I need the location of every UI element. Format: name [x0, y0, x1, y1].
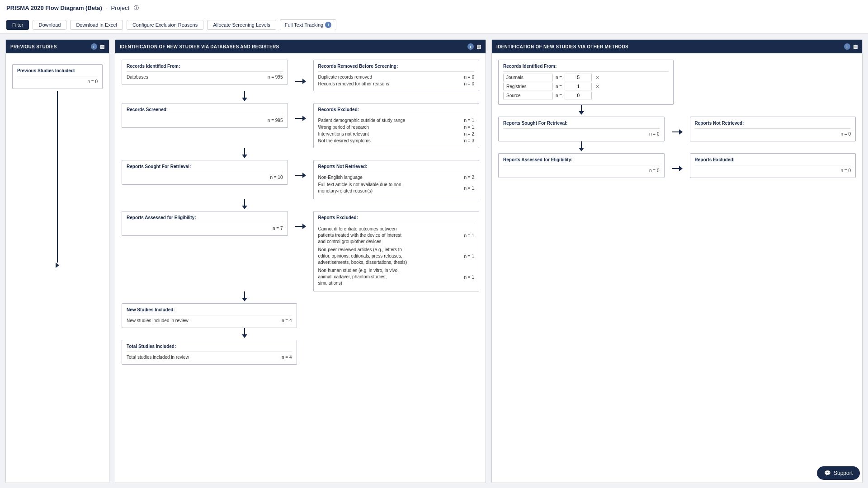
exclusion-1-label: Wrong period of research — [318, 125, 369, 130]
download-button[interactable]: Download — [33, 20, 66, 30]
not-retrieved-1-row: Full-text article is not available due t… — [318, 181, 475, 195]
new-studies-included-label: New studies included in review — [127, 318, 189, 323]
registries-value-input[interactable] — [565, 83, 592, 90]
assessed-excl-1-n: n = 1 — [464, 254, 474, 259]
om-reports-excluded-n-row: n = 0 — [695, 167, 851, 174]
support-icon: 💬 — [824, 470, 831, 476]
arrow-right-1 — [295, 60, 306, 84]
databases-info-icon[interactable]: i — [467, 43, 474, 50]
databases-header: IDENTIFICATION OF NEW STUDIES VIA DATABA… — [115, 40, 486, 53]
om-reports-not-retrieved-n: n = 0 — [840, 131, 851, 136]
source-other-value-input[interactable] — [565, 92, 592, 99]
assessed-excl-0-label: Cannot differentiate outcomes between pa… — [318, 226, 409, 245]
records-removed-col: Records Removed Before Screening: Duplic… — [313, 60, 480, 91]
db-row-6: Total Studies Included: Total studies in… — [122, 340, 479, 365]
records-screened-box: Records Screened: n = 995 — [122, 103, 288, 128]
previous-studies-included-label: Previous Studies Included: — [17, 68, 98, 73]
previous-studies-info-icon[interactable]: i — [91, 43, 97, 50]
exclusion-2-row: Interventions not relevant n = 2 — [318, 131, 475, 137]
source-other-n-label: n = — [556, 93, 562, 98]
db-row-4: Reports Assessed for Eligibility: n = 7 — [122, 211, 479, 291]
not-retrieved-0-n: n = 2 — [464, 175, 474, 180]
om-reports-sought-label: Reports Sought For Retrieval: — [503, 121, 660, 126]
journals-value-input[interactable] — [565, 74, 592, 81]
databases-n: n = 995 — [268, 75, 283, 80]
not-retrieved-1-label: Full-text article is not available due t… — [318, 182, 409, 194]
other-methods-header-icons: i ▧ — [844, 43, 858, 50]
arrow-down-3 — [122, 199, 479, 209]
help-icon[interactable]: ⓘ — [134, 5, 139, 11]
previous-studies-filter-icon[interactable]: ▧ — [100, 44, 104, 50]
reports-sought-n: n = 10 — [270, 175, 283, 180]
ft-tracking-info-icon: i — [325, 22, 331, 28]
om-reports-excluded-n: n = 0 — [840, 168, 851, 173]
records-screened-col: Records Screened: n = 995 — [122, 103, 288, 128]
om-arrow-right-1 — [672, 117, 683, 135]
other-methods-filter-icon[interactable]: ▧ — [853, 44, 858, 50]
arrow-down-4 — [122, 291, 479, 301]
reports-sought-col: Reports Sought For Retrieval: n = 10 — [122, 160, 288, 185]
records-identified-label: Records Identified From: — [127, 64, 283, 69]
other-methods-info-icon[interactable]: i — [844, 43, 850, 50]
allocate-screening-button[interactable]: Allocate Screening Levels — [207, 20, 276, 30]
databases-filter-icon[interactable]: ▧ — [476, 44, 481, 50]
om-reports-sought-col: Reports Sought For Retrieval: n = 0 — [498, 117, 665, 141]
om-records-identified-label: Records Identified From: — [503, 64, 669, 69]
records-screened-n-row: n = 995 — [127, 117, 283, 124]
exclusion-2-n: n = 2 — [464, 131, 474, 136]
arrow-right-3 — [295, 160, 306, 178]
previous-studies-body: Previous Studies Included: n = 0 — [6, 53, 109, 483]
previous-studies-n-row: n = 0 — [17, 78, 98, 85]
filter-button[interactable]: Filter — [6, 20, 29, 30]
om-records-identified-col: Records Identified From: Journals n = ✕ … — [498, 60, 674, 105]
databases-title: IDENTIFICATION OF NEW STUDIES VIA DATABA… — [120, 44, 279, 49]
arrow-right-2 — [295, 103, 306, 121]
reports-excluded-col: Reports Excluded: Cannot differentiate o… — [313, 211, 480, 291]
previous-to-total-arrow — [56, 263, 59, 268]
arrow-down-5 — [122, 328, 479, 338]
not-retrieved-0-row: Non-English language n = 2 — [318, 174, 475, 181]
om-reports-assessed-n-row: n = 0 — [503, 167, 660, 174]
total-studies-included-label: Total studies included in review — [127, 355, 189, 360]
om-reports-assessed-n: n = 0 — [649, 168, 660, 173]
support-button[interactable]: 💬 Support — [817, 466, 860, 480]
journals-label: Journals — [503, 74, 553, 81]
new-studies-label: New Studies Included: — [127, 307, 292, 312]
previous-studies-title: PREVIOUS STUDIES — [10, 44, 57, 49]
previous-studies-header: PREVIOUS STUDIES i ▧ — [6, 40, 109, 53]
om-reports-excluded-box: Reports Excluded: n = 0 — [690, 153, 856, 178]
new-studies-n: n = 4 — [282, 318, 292, 323]
om-arrow-down-1 — [498, 105, 856, 115]
om-reports-not-retrieved-n-row: n = 0 — [695, 131, 851, 137]
reports-assessed-box: Reports Assessed for Eligibility: n = 7 — [122, 211, 288, 236]
new-studies-box: New Studies Included: New studies includ… — [122, 303, 297, 328]
om-reports-assessed-box: Reports Assessed for Eligibility: n = 0 — [498, 153, 665, 178]
full-text-tracking-button[interactable]: Full Text Tracking i — [280, 19, 336, 30]
total-studies-included-row: Total studies included in review n = 4 — [127, 354, 292, 361]
download-excel-button[interactable]: Download in Excel — [70, 20, 123, 30]
assessed-excl-0-n: n = 1 — [464, 233, 474, 238]
db-row-5: New Studies Included: New studies includ… — [122, 303, 479, 328]
other-methods-header: IDENTIFICATION OF NEW STUDIES VIA OTHER … — [492, 40, 862, 53]
duplicate-removed-row: Duplicate records removed n = 0 — [318, 74, 475, 80]
arrow-down-1 — [122, 91, 479, 101]
registries-label: Registries — [503, 83, 553, 90]
om-reports-assessed-col: Reports Assessed for Eligibility: n = 0 — [498, 153, 665, 178]
om-row-3: Reports Assessed for Eligibility: n = 0 — [498, 153, 856, 178]
journals-remove-icon[interactable]: ✕ — [595, 75, 599, 80]
exclusion-1-n: n = 1 — [464, 125, 474, 130]
reports-assessed-n: n = 7 — [273, 226, 283, 231]
assessed-excl-1-row: Non-peer reviewed articles (e.g., letter… — [318, 246, 475, 267]
registries-remove-icon[interactable]: ✕ — [595, 84, 599, 89]
om-reports-excluded-label: Reports Excluded: — [695, 157, 851, 162]
exclusion-1-row: Wrong period of research n = 1 — [318, 124, 475, 131]
reports-excluded-label: Reports Excluded: — [318, 215, 475, 220]
exclusion-0-row: Patient demographic outside of study ran… — [318, 117, 475, 124]
arrow-down-2 — [122, 148, 479, 158]
configure-exclusion-button[interactable]: Configure Exclusion Reasons — [127, 20, 203, 30]
other-methods-body: Records Identified From: Journals n = ✕ … — [492, 53, 862, 483]
om-reports-assessed-label: Reports Assessed for Eligibility: — [503, 157, 660, 162]
exclusion-2-label: Interventions not relevant — [318, 131, 369, 136]
om-row-1: Records Identified From: Journals n = ✕ … — [498, 60, 856, 105]
assessed-excl-0-row: Cannot differentiate outcomes between pa… — [318, 225, 475, 246]
